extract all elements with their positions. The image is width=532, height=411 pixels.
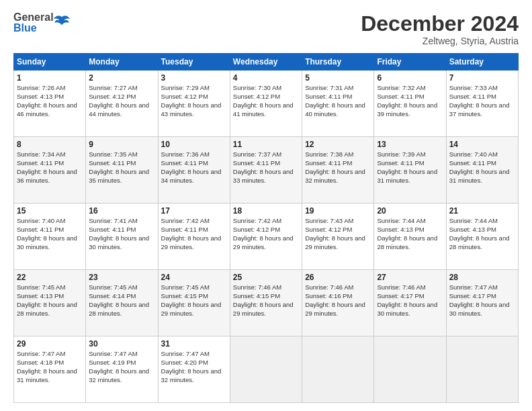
calendar-cell: 28Sunrise: 7:47 AMSunset: 4:17 PMDayligh… xyxy=(446,270,518,336)
location-subtitle: Zeltweg, Styria, Austria xyxy=(361,36,519,46)
sunrise-label: Sunrise: 7:42 AM xyxy=(161,217,210,224)
sunset-label: Sunset: 4:13 PM xyxy=(17,292,64,300)
calendar-week-0: 1Sunrise: 7:26 AMSunset: 4:13 PMDaylight… xyxy=(14,71,519,137)
calendar-cell: 23Sunrise: 7:45 AMSunset: 4:14 PMDayligh… xyxy=(86,270,158,336)
sunset-label: Sunset: 4:11 PM xyxy=(305,159,352,167)
daylight-label: Daylight: 8 hours and 46 minutes. xyxy=(17,101,77,118)
day-number: 25 xyxy=(233,272,299,283)
calendar-cell: 9Sunrise: 7:35 AMSunset: 4:11 PMDaylight… xyxy=(86,137,158,203)
sunrise-label: Sunrise: 7:34 AM xyxy=(17,150,65,158)
logo-bird-icon xyxy=(52,13,71,32)
sunrise-label: Sunrise: 7:37 AM xyxy=(233,150,281,158)
sunset-label: Sunset: 4:11 PM xyxy=(161,159,208,167)
calendar-cell: 21Sunrise: 7:44 AMSunset: 4:13 PMDayligh… xyxy=(446,203,518,270)
calendar-cell: 24Sunrise: 7:45 AMSunset: 4:15 PMDayligh… xyxy=(158,270,230,336)
sunset-label: Sunset: 4:19 PM xyxy=(89,359,136,366)
day-number: 17 xyxy=(161,205,227,216)
day-number: 16 xyxy=(89,205,154,216)
sunrise-label: Sunrise: 7:46 AM xyxy=(305,283,353,291)
sunset-label: Sunset: 4:11 PM xyxy=(449,159,496,167)
col-header-thursday: Thursday xyxy=(302,54,374,71)
daylight-label: Daylight: 8 hours and 31 minutes. xyxy=(17,367,77,383)
logo-line1: General xyxy=(13,12,54,23)
calendar-cell: 7Sunrise: 7:33 AMSunset: 4:11 PMDaylight… xyxy=(446,71,518,137)
sunset-label: Sunset: 4:15 PM xyxy=(161,292,208,300)
sunset-label: Sunset: 4:16 PM xyxy=(305,292,352,300)
calendar-cell xyxy=(374,336,446,403)
sunset-label: Sunset: 4:14 PM xyxy=(89,292,136,300)
day-number: 28 xyxy=(449,272,515,283)
sunset-label: Sunset: 4:12 PM xyxy=(89,93,136,100)
day-number: 22 xyxy=(17,272,83,283)
day-number: 24 xyxy=(161,272,227,283)
day-number: 14 xyxy=(449,139,515,150)
daylight-label: Daylight: 8 hours and 43 minutes. xyxy=(161,101,222,118)
day-number: 12 xyxy=(305,139,371,150)
day-number: 11 xyxy=(233,139,299,150)
col-header-wednesday: Wednesday xyxy=(230,54,302,71)
calendar-cell: 18Sunrise: 7:42 AMSunset: 4:12 PMDayligh… xyxy=(230,203,302,270)
daylight-label: Daylight: 8 hours and 37 minutes. xyxy=(449,101,510,118)
daylight-label: Daylight: 8 hours and 31 minutes. xyxy=(449,168,510,184)
sunrise-label: Sunrise: 7:39 AM xyxy=(377,150,425,158)
day-number: 3 xyxy=(161,73,227,83)
sunset-label: Sunset: 4:17 PM xyxy=(377,292,424,300)
day-number: 19 xyxy=(305,205,371,216)
calendar-cell: 2Sunrise: 7:27 AMSunset: 4:12 PMDaylight… xyxy=(86,71,158,137)
calendar-cell xyxy=(446,336,518,403)
sunset-label: Sunset: 4:20 PM xyxy=(161,359,208,366)
sunset-label: Sunset: 4:13 PM xyxy=(377,226,424,233)
sunset-label: Sunset: 4:11 PM xyxy=(449,93,496,100)
daylight-label: Daylight: 8 hours and 28 minutes. xyxy=(449,234,510,250)
col-header-sunday: Sunday xyxy=(14,54,86,71)
sunrise-label: Sunrise: 7:47 AM xyxy=(161,350,210,357)
daylight-label: Daylight: 8 hours and 28 minutes. xyxy=(377,234,437,250)
sunrise-label: Sunrise: 7:47 AM xyxy=(89,350,137,357)
sunset-label: Sunset: 4:15 PM xyxy=(233,292,280,300)
day-number: 6 xyxy=(377,73,443,83)
sunrise-label: Sunrise: 7:44 AM xyxy=(377,217,425,224)
day-number: 26 xyxy=(305,272,371,283)
title-area: December 2024 Zeltweg, Styria, Austria xyxy=(361,12,519,46)
sunrise-label: Sunrise: 7:32 AM xyxy=(377,84,425,91)
day-number: 15 xyxy=(17,205,83,216)
sunset-label: Sunset: 4:11 PM xyxy=(377,93,424,100)
day-number: 5 xyxy=(305,73,371,83)
calendar-cell: 15Sunrise: 7:40 AMSunset: 4:11 PMDayligh… xyxy=(14,203,86,270)
sunrise-label: Sunrise: 7:45 AM xyxy=(17,283,65,291)
calendar-cell: 10Sunrise: 7:36 AMSunset: 4:11 PMDayligh… xyxy=(158,137,230,203)
calendar-cell: 16Sunrise: 7:41 AMSunset: 4:11 PMDayligh… xyxy=(86,203,158,270)
calendar-cell: 29Sunrise: 7:47 AMSunset: 4:18 PMDayligh… xyxy=(14,336,86,403)
day-number: 21 xyxy=(449,205,515,216)
sunset-label: Sunset: 4:18 PM xyxy=(17,359,64,366)
sunset-label: Sunset: 4:11 PM xyxy=(161,226,208,233)
calendar-cell: 27Sunrise: 7:46 AMSunset: 4:17 PMDayligh… xyxy=(374,270,446,336)
sunrise-label: Sunrise: 7:33 AM xyxy=(449,84,498,91)
col-header-tuesday: Tuesday xyxy=(158,54,230,71)
col-header-saturday: Saturday xyxy=(446,54,518,71)
sunset-label: Sunset: 4:11 PM xyxy=(89,226,136,233)
day-number: 10 xyxy=(161,139,227,150)
sunset-label: Sunset: 4:11 PM xyxy=(305,93,352,100)
day-number: 18 xyxy=(233,205,299,216)
day-number: 1 xyxy=(17,73,83,83)
calendar-cell xyxy=(302,336,374,403)
calendar-header-row: SundayMondayTuesdayWednesdayThursdayFrid… xyxy=(14,54,519,71)
daylight-label: Daylight: 8 hours and 30 minutes. xyxy=(449,301,510,317)
sunset-label: Sunset: 4:11 PM xyxy=(17,159,64,167)
day-number: 20 xyxy=(377,205,443,216)
calendar-cell: 17Sunrise: 7:42 AMSunset: 4:11 PMDayligh… xyxy=(158,203,230,270)
sunrise-label: Sunrise: 7:36 AM xyxy=(161,150,210,158)
sunrise-label: Sunrise: 7:47 AM xyxy=(449,283,498,291)
day-number: 4 xyxy=(233,73,299,83)
calendar-cell: 4Sunrise: 7:30 AMSunset: 4:12 PMDaylight… xyxy=(230,71,302,137)
calendar-cell: 5Sunrise: 7:31 AMSunset: 4:11 PMDaylight… xyxy=(302,71,374,137)
day-number: 23 xyxy=(89,272,154,283)
sunrise-label: Sunrise: 7:40 AM xyxy=(17,217,65,224)
logo-name: General Blue xyxy=(13,12,54,34)
calendar-table: SundayMondayTuesdayWednesdayThursdayFrid… xyxy=(13,53,519,403)
daylight-label: Daylight: 8 hours and 35 minutes. xyxy=(89,168,149,184)
header: General Blue December 2024 Zeltweg, Styr… xyxy=(13,12,519,46)
sunrise-label: Sunrise: 7:43 AM xyxy=(305,217,353,224)
sunset-label: Sunset: 4:12 PM xyxy=(305,226,352,233)
